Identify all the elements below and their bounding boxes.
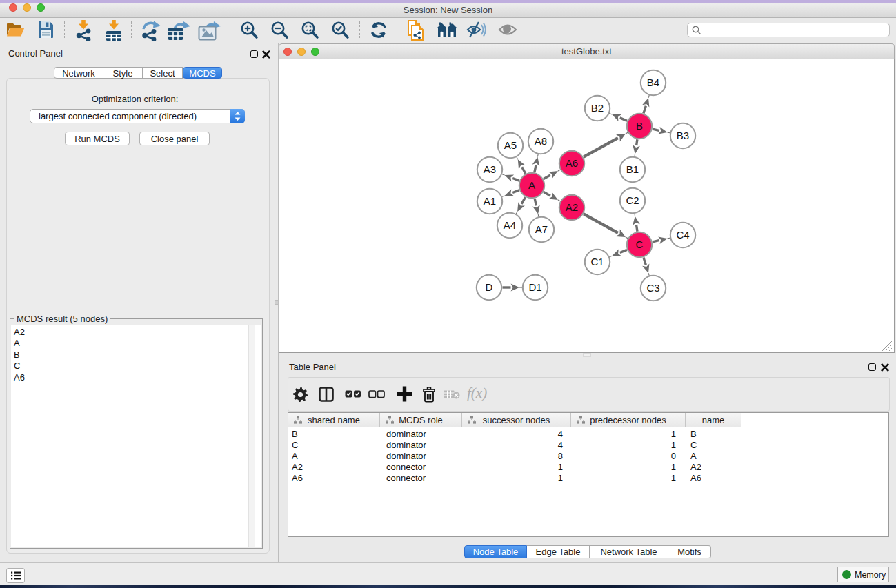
svg-text:C: C (636, 239, 644, 250)
svg-text:A5: A5 (504, 139, 517, 151)
svg-text:A: A (528, 179, 535, 191)
svg-text:A3: A3 (484, 163, 496, 175)
svg-text:A7: A7 (535, 223, 548, 235)
svg-text:A2: A2 (566, 201, 578, 213)
svg-text:B: B (636, 120, 643, 132)
svg-text:B2: B2 (591, 102, 604, 114)
svg-text:B4: B4 (647, 77, 659, 88)
svg-text:D1: D1 (528, 281, 541, 293)
svg-text:A4: A4 (504, 219, 516, 231)
svg-text:C1: C1 (590, 256, 604, 267)
svg-text:C2: C2 (626, 194, 639, 206)
svg-text:A6: A6 (566, 157, 578, 169)
svg-text:A1: A1 (484, 195, 496, 207)
svg-text:D: D (486, 281, 493, 293)
svg-text:A8: A8 (535, 135, 547, 147)
svg-text:C4: C4 (676, 229, 689, 241)
svg-text:B1: B1 (626, 163, 639, 175)
svg-text:B3: B3 (677, 130, 689, 141)
svg-text:C3: C3 (646, 282, 659, 294)
